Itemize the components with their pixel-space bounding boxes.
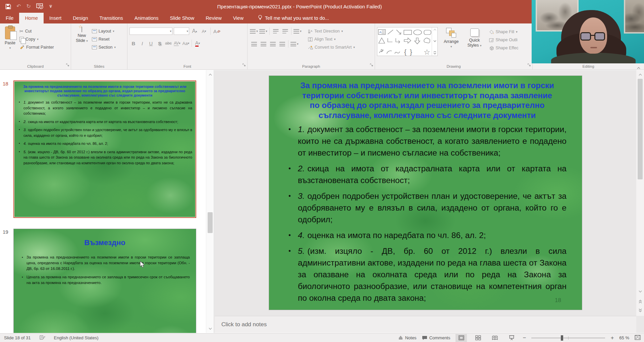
quick-styles-button[interactable]: Quick Styles ▾ xyxy=(465,27,484,63)
align-left-button[interactable] xyxy=(250,40,258,48)
font-dialog-launcher-icon[interactable] xyxy=(243,62,246,68)
undo-icon[interactable]: ↶ xyxy=(16,4,21,9)
slide-bullet-list[interactable]: •1.документ за собственост – за поземлен… xyxy=(288,123,567,304)
tell-me-box[interactable]: Tell me what you want to do... xyxy=(258,13,329,23)
previous-slide-button[interactable] xyxy=(636,298,644,305)
scroll-up-icon[interactable] xyxy=(636,71,644,78)
scroll-up-icon[interactable] xyxy=(206,71,214,78)
grow-font-button[interactable]: A▴ xyxy=(191,27,199,35)
collapse-ribbon-icon[interactable] xyxy=(637,65,641,71)
slide-thumbnail-18[interactable]: За промяна на предназначението на поземл… xyxy=(13,80,196,218)
shapes-gallery[interactable]: A { } ☆ xyxy=(377,27,438,56)
decrease-indent-button[interactable] xyxy=(271,27,280,35)
font-size-combo[interactable]: ▾ xyxy=(174,27,189,35)
columns-button[interactable]: ▾ xyxy=(290,40,299,48)
normal-view-button[interactable] xyxy=(455,334,467,342)
start-from-beginning-icon[interactable] xyxy=(36,3,44,9)
slide-thumbnail-19[interactable]: Възмездно •За промяна на предназначениет… xyxy=(13,229,196,333)
font-color-button[interactable]: A▾ xyxy=(194,39,202,47)
strikethrough-button[interactable]: abc xyxy=(164,39,172,47)
scrollbar-thumb[interactable] xyxy=(638,79,643,179)
thumbnail-panel-scrollbar[interactable] xyxy=(206,70,214,333)
slide-title[interactable]: За промяна на предназначението на поземл… xyxy=(297,80,558,120)
zoom-out-button[interactable]: − xyxy=(523,335,526,341)
shrink-font-button[interactable]: A▾ xyxy=(200,27,208,35)
align-center-button[interactable] xyxy=(259,40,268,48)
fit-to-window-icon[interactable] xyxy=(635,335,641,341)
scroll-down-icon[interactable] xyxy=(636,288,644,295)
change-case-button[interactable]: Aa▾ xyxy=(182,39,190,47)
tab-file[interactable]: File xyxy=(0,13,19,23)
tab-review[interactable]: Review xyxy=(200,13,227,23)
mouse-cursor xyxy=(140,261,146,270)
drawing-dialog-launcher-icon[interactable] xyxy=(528,62,531,68)
bold-button[interactable]: B xyxy=(129,39,138,47)
notes-toggle-button[interactable]: Notes xyxy=(398,335,417,340)
copy-button[interactable]: Copy ▾ xyxy=(18,35,55,43)
notes-pane[interactable]: Click to add notes xyxy=(215,316,636,333)
scrollbar-thumb[interactable] xyxy=(208,212,213,233)
line-spacing-button[interactable]: ▾ xyxy=(293,27,302,35)
tab-transitions[interactable]: Transitions xyxy=(94,13,128,23)
section-button[interactable]: Section ▾ xyxy=(91,43,117,51)
font-name-combo[interactable]: ▾ xyxy=(129,27,172,35)
paragraph-dialog-launcher-icon[interactable] xyxy=(370,62,373,68)
bullets-button[interactable]: ▾ xyxy=(250,27,258,35)
save-icon[interactable] xyxy=(5,4,11,9)
redo-icon[interactable]: ↻ xyxy=(26,4,31,9)
justify-button[interactable] xyxy=(278,40,286,48)
lightbulb-icon xyxy=(258,15,262,21)
list-item: •3.одобрен подробен устройствен план и у… xyxy=(18,127,192,138)
quick-access-toolbar: ↶ ↻ xyxy=(5,3,69,9)
layout-button[interactable]: Layout ▾ xyxy=(91,27,117,35)
svg-text:☆: ☆ xyxy=(424,48,430,56)
gallery-up-icon xyxy=(433,28,436,31)
numbering-button[interactable]: ▾ xyxy=(259,27,268,35)
section-icon xyxy=(92,45,97,49)
slide-show-button[interactable] xyxy=(506,334,517,342)
increase-indent-button[interactable] xyxy=(281,27,289,35)
scroll-down-icon[interactable] xyxy=(206,325,214,332)
shapes-gallery-scrollbar[interactable] xyxy=(432,27,437,56)
clipboard-dialog-launcher-icon[interactable] xyxy=(66,62,69,68)
slide-area-scrollbar[interactable] xyxy=(636,70,644,316)
align-right-button[interactable] xyxy=(268,40,277,48)
italic-button[interactable]: I xyxy=(138,39,146,47)
reset-button[interactable]: Reset xyxy=(91,35,117,43)
tab-animations[interactable]: Animations xyxy=(129,13,164,23)
zoom-level[interactable]: 65 % xyxy=(619,335,629,340)
tab-insert[interactable]: Insert xyxy=(44,13,67,23)
tab-view[interactable]: View xyxy=(227,13,249,23)
zoom-slider-thumb[interactable] xyxy=(561,335,563,341)
arrange-button[interactable]: Arrange ▾ xyxy=(441,27,461,63)
text-box-icon: A xyxy=(378,30,385,35)
spell-check-icon[interactable] xyxy=(40,335,45,341)
format-painter-icon xyxy=(19,45,24,50)
tab-home[interactable]: Home xyxy=(19,13,44,23)
paste-button[interactable]: Paste ▾ xyxy=(2,25,18,61)
tab-slide-show[interactable]: Slide Show xyxy=(164,13,200,23)
tab-design[interactable]: Design xyxy=(67,13,94,23)
shape-outline-button[interactable]: Shape Outli xyxy=(488,36,520,44)
underline-button[interactable]: U xyxy=(147,39,155,47)
text-direction-button[interactable]: A Text Direction ▾ xyxy=(307,27,356,35)
shape-effects-button[interactable]: Shape Effec xyxy=(488,44,520,52)
convert-to-smartart-button[interactable]: Convert to SmartArt ▾ xyxy=(307,43,356,51)
new-slide-button[interactable]: ☆ New Slide ▾ xyxy=(73,25,91,61)
comments-toggle-button[interactable]: Comments xyxy=(422,335,450,340)
zoom-in-button[interactable]: + xyxy=(610,335,614,341)
cut-button[interactable]: ✂ Cut xyxy=(18,27,55,35)
shape-fill-button[interactable]: Shape Fill ▾ xyxy=(488,28,520,36)
slide-canvas[interactable]: За промяна на предназначението на поземл… xyxy=(269,76,582,310)
next-slide-button[interactable] xyxy=(636,306,644,314)
customize-qat-icon[interactable] xyxy=(49,5,52,8)
reading-view-button[interactable] xyxy=(489,334,500,342)
text-shadow-button[interactable]: S xyxy=(156,39,164,47)
align-text-button[interactable]: Align Text ▾ xyxy=(307,35,356,43)
slide-sorter-view-button[interactable] xyxy=(472,334,484,342)
character-spacing-button[interactable]: AV▾ xyxy=(173,39,181,47)
zoom-slider[interactable] xyxy=(531,338,605,338)
format-painter-button[interactable]: Format Painter xyxy=(18,43,55,51)
clear-formatting-button[interactable]: A xyxy=(213,27,221,35)
language-indicator[interactable]: English (United States) xyxy=(54,335,99,340)
